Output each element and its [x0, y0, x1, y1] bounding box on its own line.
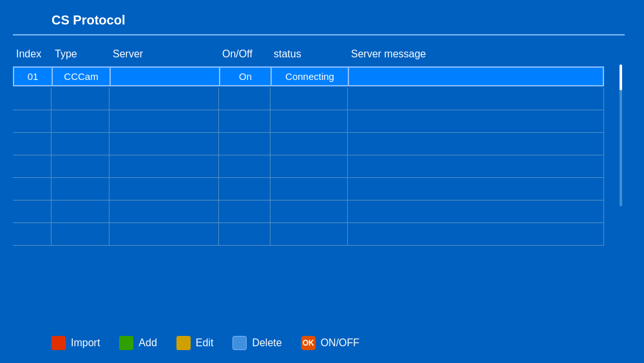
col-status: status: [270, 48, 348, 60]
content-area: Index Type Server On/Off status Server m…: [13, 45, 625, 323]
scrollbar-track[interactable]: [620, 64, 622, 206]
import-icon: [52, 336, 66, 350]
edit-label: Edit: [196, 337, 214, 349]
col-message: Server message: [348, 48, 604, 60]
table-section: Index Type Server On/Off status Server m…: [13, 45, 604, 323]
import-label: Import: [71, 337, 100, 349]
add-label: Add: [138, 337, 156, 349]
edit-button[interactable]: Edit: [176, 336, 214, 350]
cell-onoff: On: [220, 67, 271, 86]
table-row[interactable]: 01 CCCam On Connecting: [13, 66, 604, 86]
scrollbar-thumb[interactable]: [620, 64, 622, 90]
import-button[interactable]: Import: [52, 336, 100, 350]
empty-row-4: [13, 133, 604, 155]
empty-row-8: [13, 223, 604, 246]
delete-button[interactable]: Delete: [232, 336, 281, 350]
empty-row-3: [13, 110, 604, 133]
col-onoff: On/Off: [219, 48, 270, 60]
cell-status: Connecting: [271, 67, 348, 86]
ok-icon: OK: [301, 336, 316, 350]
cell-index: 01: [14, 67, 52, 86]
empty-row-5: [13, 155, 604, 178]
bottom-bar: Import Add Edit Delete OK ON/OFF: [52, 323, 625, 350]
col-type: Type: [52, 48, 109, 60]
edit-icon: [176, 336, 191, 350]
add-button[interactable]: Add: [119, 336, 156, 350]
cell-server: [110, 67, 220, 86]
delete-icon: [232, 336, 247, 350]
page-title: CS Protocol: [52, 13, 125, 27]
cell-type: CCCam: [52, 67, 110, 86]
onoff-label: ON/OFF: [321, 337, 359, 349]
title-bar: CS Protocol: [13, 13, 625, 35]
empty-row-6: [13, 178, 604, 201]
add-icon: [119, 336, 133, 350]
col-server: Server: [109, 48, 219, 60]
delete-label: Delete: [252, 337, 281, 349]
empty-row-7: [13, 201, 604, 223]
col-index: Index: [13, 48, 52, 60]
table-header: Index Type Server On/Off status Server m…: [13, 45, 604, 63]
scrollbar-area: [617, 45, 625, 323]
cell-message: [348, 67, 603, 86]
main-container: CS Protocol Index Type Server On/Off sta…: [0, 0, 644, 363]
empty-row-2: [13, 88, 604, 110]
onoff-button[interactable]: OK ON/OFF: [301, 336, 359, 350]
